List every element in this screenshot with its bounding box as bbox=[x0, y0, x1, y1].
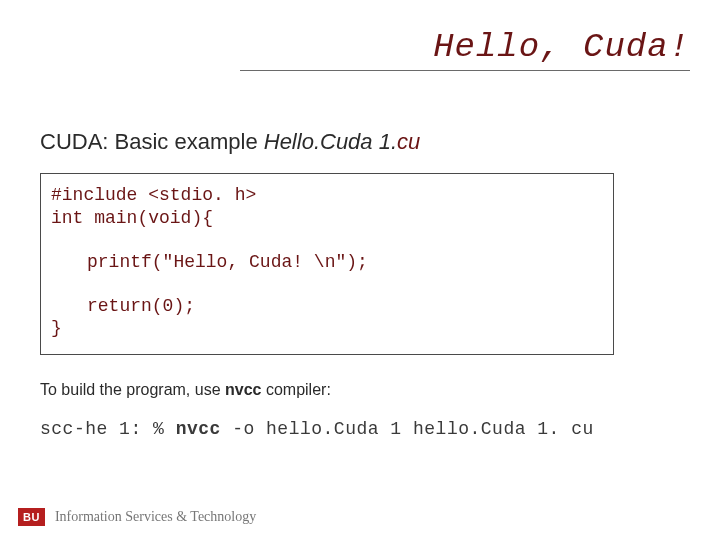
slide-title: Hello, Cuda! bbox=[40, 28, 690, 68]
code-box: #include <stdio. h> int main(void){ prin… bbox=[40, 173, 614, 355]
title-block: Hello, Cuda! bbox=[40, 28, 690, 71]
cmd-bin: nvcc bbox=[176, 419, 221, 439]
subtitle-file-base: Hello.Cuda 1. bbox=[264, 129, 397, 154]
slide: Hello, Cuda! CUDA: Basic example Hello.C… bbox=[0, 0, 720, 540]
cmd-args: -o hello.Cuda 1 hello.Cuda 1. cu bbox=[221, 419, 594, 439]
title-rule bbox=[240, 70, 690, 71]
slide-subtitle: CUDA: Basic example Hello.Cuda 1.cu bbox=[40, 129, 680, 155]
note-post: compiler: bbox=[261, 381, 330, 398]
code-line-2: int main(void){ bbox=[51, 207, 603, 230]
subtitle-lead: CUDA: Basic example bbox=[40, 129, 264, 154]
note-compiler: nvcc bbox=[225, 381, 261, 398]
code-blank-1 bbox=[51, 229, 603, 251]
code-line-3: printf("Hello, Cuda! \n"); bbox=[51, 251, 603, 274]
build-command: scc-he 1: % nvcc -o hello.Cuda 1 hello.C… bbox=[40, 419, 680, 439]
subtitle-filename: Hello.Cuda 1.cu bbox=[264, 129, 421, 154]
cmd-prefix: scc-he 1: % bbox=[40, 419, 176, 439]
note-pre: To build the program, use bbox=[40, 381, 225, 398]
code-line-5: } bbox=[51, 317, 603, 340]
code-line-1: #include <stdio. h> bbox=[51, 184, 603, 207]
subtitle-file-ext: cu bbox=[397, 129, 420, 154]
footer: BU Information Services & Technology bbox=[18, 508, 256, 526]
build-note: To build the program, use nvcc compiler: bbox=[40, 381, 680, 399]
code-line-4: return(0); bbox=[51, 295, 603, 318]
footer-text: Information Services & Technology bbox=[55, 509, 256, 525]
code-blank-2 bbox=[51, 273, 603, 295]
bu-logo: BU bbox=[18, 508, 45, 526]
